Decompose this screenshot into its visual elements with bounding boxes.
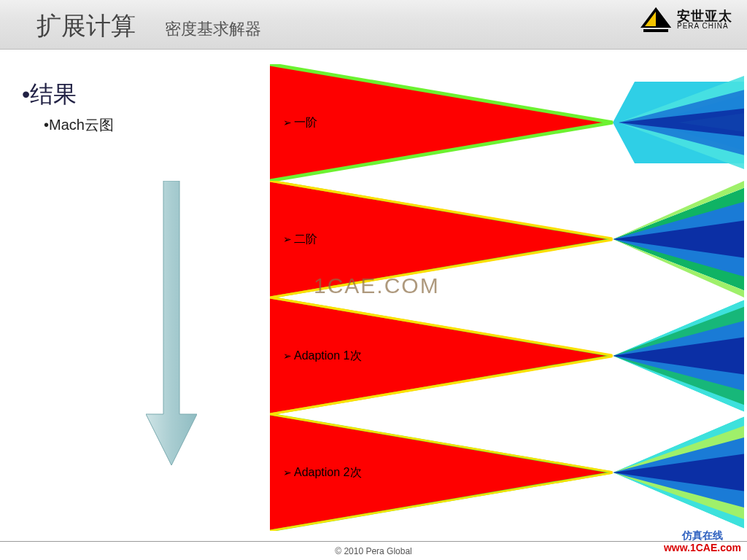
down-arrow-icon	[146, 181, 197, 465]
contour-label-3: Adaption 1次	[283, 349, 362, 364]
contour-stack: 一阶 二阶	[270, 64, 744, 531]
slide-body: •结果 •Mach云图 一阶	[0, 50, 747, 538]
mach-contour-image	[270, 64, 744, 181]
slide-footer: © 2010 Pera Global	[0, 541, 747, 560]
logo-cn: 安世亚太	[677, 9, 732, 23]
slide-header: 扩展计算 密度基求解器 安世亚太 PERA CHINA	[0, 0, 747, 50]
bullet-result: •结果	[22, 79, 241, 111]
contour-3: Adaption 1次	[270, 298, 744, 414]
svg-marker-2	[656, 7, 671, 28]
watermark-br-line1: 仿真在线	[664, 529, 741, 542]
svg-rect-3	[643, 29, 668, 32]
contour-1: 一阶	[270, 64, 744, 181]
mach-contour-image	[270, 181, 744, 298]
slide-subtitle: 密度基求解器	[165, 18, 261, 43]
contour-label-2: 二阶	[283, 232, 317, 247]
logo-en: PERA CHINA	[677, 23, 732, 30]
watermark-br-line2: www.1CAE.com	[664, 542, 741, 554]
pera-logo: 安世亚太 PERA CHINA	[640, 7, 732, 32]
logo-text: 安世亚太 PERA CHINA	[677, 9, 732, 30]
slide: 扩展计算 密度基求解器 安世亚太 PERA CHINA •结果 •Mach云图	[0, 0, 747, 560]
bullet-mach: •Mach云图	[44, 115, 241, 135]
contour-label-4: Adaption 2次	[283, 465, 362, 481]
watermark-bottom-right: 仿真在线 www.1CAE.com	[664, 529, 741, 554]
pera-logo-icon	[640, 7, 671, 32]
contour-2: 二阶	[270, 181, 744, 298]
contour-label-1: 一阶	[283, 115, 317, 131]
left-text: •结果 •Mach云图	[22, 79, 241, 135]
slide-title: 扩展计算	[36, 9, 136, 43]
contour-4: Adaption 2次	[270, 414, 744, 531]
copyright: © 2010 Pera Global	[335, 546, 412, 556]
